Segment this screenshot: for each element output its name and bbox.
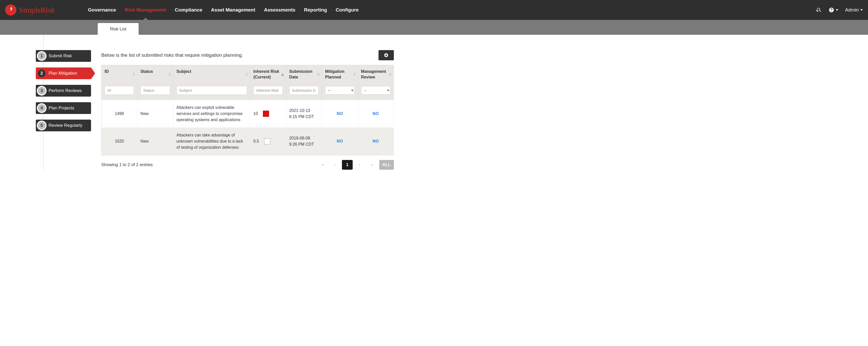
mitigation-link[interactable]: NO	[337, 111, 343, 116]
cell-id: 1498	[101, 100, 137, 128]
sort-icon	[389, 73, 392, 76]
pager-next[interactable]	[355, 160, 365, 170]
step-number: 4	[38, 104, 45, 112]
step-number: 1	[38, 52, 45, 60]
step-perform-reviews[interactable]: 3 Perform Reviews	[36, 85, 91, 97]
table-filter-row: -- --	[101, 83, 394, 100]
content: Below is the list of submitted risks tha…	[101, 50, 394, 170]
nav-asset-management[interactable]: Asset Management	[211, 0, 255, 20]
sort-icon	[317, 73, 320, 76]
review-link[interactable]: NO	[373, 111, 379, 116]
pager-prev[interactable]	[330, 160, 340, 170]
cell-subject: Attackers can take advantage of unknown …	[173, 128, 250, 155]
cell-inherent-risk: 10	[250, 100, 286, 128]
topbar-right: Admin	[816, 7, 863, 13]
user-name: Admin	[845, 7, 859, 13]
risk-table: ID Status Subject Inherent Risk (Current…	[101, 65, 394, 155]
col-header-status[interactable]: Status	[137, 65, 173, 83]
gear-icon	[383, 53, 389, 58]
step-number: 5	[38, 122, 45, 129]
nav-assessments[interactable]: Assessments	[264, 0, 296, 20]
brand-name: SimpleRisk	[19, 6, 55, 14]
nav-configure[interactable]: Configure	[336, 0, 359, 20]
brand-logo-icon	[5, 4, 17, 15]
step-number: 3	[38, 87, 45, 95]
col-header-subject[interactable]: Subject	[173, 65, 250, 83]
step-label: Submit Risk	[49, 54, 72, 59]
nav-risk-management[interactable]: Risk Management	[125, 0, 166, 20]
nav-compliance[interactable]: Compliance	[175, 0, 202, 20]
step-label: Review Regularly	[49, 123, 82, 128]
step-plan-projects[interactable]: 4 Plan Projects	[36, 102, 91, 114]
cell-date: 2021-10-13 6:15 PM CDT	[286, 100, 322, 128]
steps-sidebar: 1 Submit Risk 2 Plan Mitigation 3 Perfor…	[36, 50, 91, 170]
caret-down-icon	[836, 9, 838, 11]
cell-status: New	[137, 128, 173, 155]
filter-date-input[interactable]	[289, 86, 319, 95]
pager-first[interactable]	[317, 160, 328, 170]
main-nav: Governance Risk Management Compliance As…	[88, 0, 359, 20]
step-submit-risk[interactable]: 1 Submit Risk	[36, 50, 91, 62]
cell-inherent-risk: 0.5	[250, 128, 286, 155]
sort-icon	[132, 73, 135, 76]
tab-risk-list[interactable]: Risk List	[98, 23, 138, 35]
filter-mitigation-select[interactable]: --	[325, 86, 354, 95]
cell-date: 2019-08-09 9:26 PM CDT	[286, 128, 322, 155]
sort-icon	[353, 73, 356, 76]
sort-icon	[281, 73, 284, 76]
sort-icon	[246, 73, 248, 76]
filter-risk-input[interactable]	[253, 86, 283, 95]
pager-all[interactable]: ALL	[379, 160, 394, 170]
table-settings-button[interactable]	[378, 50, 394, 60]
filter-subject-input[interactable]	[177, 86, 247, 95]
col-header-submission-date[interactable]: Submission Date	[286, 65, 322, 83]
search-icon[interactable]	[816, 7, 822, 13]
step-label: Plan Projects	[49, 106, 74, 111]
risk-value: 0.5	[253, 138, 259, 144]
nav-governance[interactable]: Governance	[88, 0, 116, 20]
table-info: Showing 1 to 2 of 2 entries	[101, 162, 317, 167]
review-link[interactable]: NO	[373, 139, 379, 143]
pager-last[interactable]	[367, 160, 377, 170]
subtab-bar: Risk List	[0, 20, 868, 35]
risk-value: 10	[253, 111, 258, 117]
page-description: Below is the list of submitted risks tha…	[101, 53, 374, 58]
risk-color-box	[263, 111, 269, 117]
cell-id: 1020	[101, 128, 137, 155]
mitigation-link[interactable]: NO	[337, 139, 343, 143]
cell-status: New	[137, 100, 173, 128]
step-plan-mitigation[interactable]: 2 Plan Mitigation	[36, 67, 91, 79]
table-row[interactable]: 1498 New Attackers can exploit vulnerabl…	[101, 100, 394, 128]
table-row[interactable]: 1020 New Attackers can take advantage of…	[101, 128, 394, 155]
filter-review-select[interactable]: --	[361, 86, 391, 95]
step-label: Perform Reviews	[49, 88, 82, 93]
table-header-row: ID Status Subject Inherent Risk (Current…	[101, 65, 394, 83]
step-review-regularly[interactable]: 5 Review Regularly	[36, 119, 91, 131]
table-footer: Showing 1 to 2 of 2 entries 1 ALL	[101, 160, 394, 170]
user-menu[interactable]: Admin	[845, 7, 863, 13]
nav-reporting[interactable]: Reporting	[304, 0, 327, 20]
filter-id-input[interactable]	[104, 86, 134, 95]
risk-color-box	[264, 138, 270, 144]
topbar: SimpleRisk Governance Risk Management Co…	[0, 0, 868, 20]
brand-logo[interactable]: SimpleRisk	[5, 4, 55, 15]
pager-page-1[interactable]: 1	[342, 160, 353, 170]
page-body: 1 Submit Risk 2 Plan Mitigation 3 Perfor…	[0, 35, 399, 180]
col-header-id[interactable]: ID	[101, 65, 137, 83]
filter-status-input[interactable]	[141, 86, 170, 95]
step-number: 2	[38, 70, 45, 77]
caret-down-icon	[860, 9, 863, 11]
cell-subject: Attackers can exploit vulnerable service…	[173, 100, 250, 128]
step-label: Plan Mitigation	[49, 71, 77, 76]
col-header-inherent-risk[interactable]: Inherent Risk (Current)	[250, 65, 286, 83]
sort-icon	[168, 73, 171, 76]
col-header-management-review[interactable]: Management Review	[358, 65, 394, 83]
help-icon[interactable]	[829, 7, 838, 13]
pager: 1 ALL	[317, 160, 394, 170]
col-header-mitigation-planned[interactable]: Mitigation Planned	[322, 65, 358, 83]
